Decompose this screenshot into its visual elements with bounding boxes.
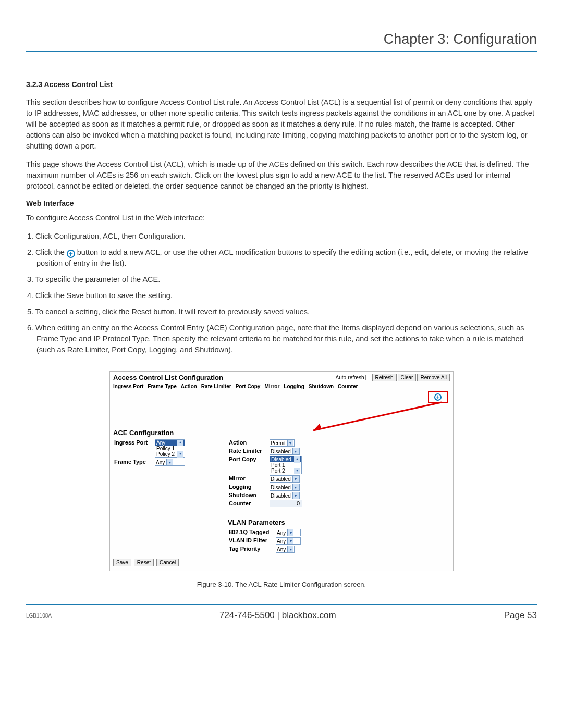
- auto-refresh-checkbox[interactable]: [365, 375, 371, 380]
- add-ace-icon[interactable]: +: [434, 393, 442, 401]
- remove-all-button[interactable]: Remove All: [417, 374, 450, 381]
- action-select[interactable]: Permit▾: [270, 439, 295, 447]
- step-5: 5. To cancel a setting, click the Reset …: [27, 306, 537, 317]
- ingress-opt1[interactable]: Policy 1: [155, 446, 185, 451]
- clear-button[interactable]: Clear: [398, 374, 417, 381]
- section-heading: 3.2.3 Access Control List: [26, 80, 537, 89]
- logging-label: Logging: [228, 483, 268, 491]
- ace-right-panel: Action Permit▾ Rate Limiter Disabled▾ Po…: [228, 439, 303, 553]
- chevron-down-icon: ▾: [287, 546, 293, 552]
- shutdown-value: Disabled: [271, 493, 291, 499]
- vlan-title: VLAN Parameters: [228, 516, 303, 528]
- action-value: Permit: [271, 440, 286, 446]
- counter-value: 0: [270, 500, 302, 507]
- acl-table-header: Ingress Port Frame Type Action Rate Limi…: [110, 382, 453, 390]
- web-interface-heading: Web Interface: [26, 199, 537, 207]
- rate-select[interactable]: Disabled▾: [270, 448, 300, 455]
- logging-select[interactable]: Disabled▾: [270, 484, 300, 491]
- figure-caption: Figure 3-10. The ACL Rate Limiter Config…: [26, 581, 537, 588]
- chevron-down-icon: ▾: [287, 440, 293, 446]
- frame-type-select[interactable]: Any▾: [155, 459, 185, 466]
- paragraph-2: This page shows the Access Control List …: [26, 159, 537, 192]
- vid-label: VLAN ID Filter: [228, 537, 275, 545]
- footer-center: 724-746-5500 | blackbox.com: [219, 610, 336, 621]
- chapter-title: Chapter 3: Configuration: [26, 31, 537, 52]
- col-action: Action: [181, 384, 197, 389]
- tag-select[interactable]: Any▾: [276, 546, 295, 553]
- ss-title: Access Control List Configuration: [113, 374, 223, 381]
- frame-type-label: Frame Type: [113, 458, 154, 466]
- mirror-select[interactable]: Disabled▾: [270, 475, 300, 483]
- col-rate: Rate Limiter: [201, 384, 231, 389]
- step-3: 3. To specific the parameter of the ACE.: [27, 274, 537, 285]
- auto-refresh-label: Auto-refresh: [335, 375, 364, 380]
- chevron-down-icon: ▾: [177, 451, 183, 458]
- step-4: 4. Click the Save button to save the set…: [27, 290, 537, 301]
- chevron-up-icon: ▴: [177, 440, 183, 446]
- chevron-up-icon: ▴: [294, 456, 300, 463]
- ingress-sel: Any: [156, 440, 165, 446]
- footer-page: Page 53: [504, 610, 537, 621]
- callout-arrow: [308, 400, 443, 431]
- plus-icon: +: [67, 250, 75, 258]
- counter-label: Counter: [228, 500, 268, 507]
- portcopy-sel: Disabled: [271, 456, 291, 462]
- shutdown-select[interactable]: Disabled▾: [270, 492, 300, 499]
- portcopy-listbox[interactable]: Disabled▴ Port 1 Port 2▾: [270, 456, 302, 474]
- logging-value: Disabled: [271, 485, 291, 490]
- chevron-down-icon: ▾: [166, 459, 173, 465]
- portcopy-label: Port Copy: [228, 455, 268, 475]
- chevron-down-icon: ▾: [287, 529, 293, 536]
- tagged-select[interactable]: Any▾: [276, 529, 301, 536]
- vid-value: Any: [277, 538, 286, 544]
- ace-left-panel: Ingress Port Any▴ Policy 1 Policy 2▾ Fra…: [113, 439, 223, 553]
- col-mirror: Mirror: [264, 384, 279, 389]
- vid-select[interactable]: Any▾: [276, 537, 301, 545]
- mirror-value: Disabled: [271, 476, 291, 482]
- col-portcopy: Port Copy: [236, 384, 261, 389]
- chevron-down-icon: ▾: [292, 448, 299, 454]
- ingress-opt2[interactable]: Policy 2: [156, 451, 175, 457]
- frame-type-value: Any: [156, 460, 165, 465]
- chevron-down-icon: ▾: [292, 476, 299, 482]
- step-6: 6. When editing an entry on the Access C…: [27, 323, 537, 355]
- col-logging: Logging: [284, 384, 304, 389]
- tagged-label: 802.1Q Tagged: [228, 528, 275, 537]
- chevron-down-icon: ▾: [292, 484, 299, 490]
- rate-value: Disabled: [271, 449, 291, 454]
- col-counter: Counter: [338, 384, 358, 389]
- portcopy-opt1[interactable]: Port 1: [270, 462, 301, 468]
- col-ingress: Ingress Port: [113, 384, 143, 389]
- chevron-down-icon: ▾: [287, 538, 293, 544]
- step-2a-text: 2. Click the: [27, 248, 67, 256]
- tag-value: Any: [277, 547, 286, 552]
- action-label: Action: [228, 439, 268, 447]
- step-2b-text: button to add a new ACL, or use the othe…: [36, 248, 528, 267]
- step-1: 1. Click Configuration, ACL, then Config…: [27, 231, 537, 242]
- save-button[interactable]: Save: [113, 559, 131, 566]
- tagged-value: Any: [277, 530, 286, 536]
- chevron-down-icon: ▾: [292, 492, 299, 499]
- ingress-port-listbox[interactable]: Any▴ Policy 1 Policy 2▾: [155, 439, 185, 458]
- chevron-down-icon: ▾: [294, 468, 300, 474]
- svg-line-0: [313, 402, 442, 430]
- rate-label: Rate Limiter: [228, 447, 268, 455]
- paragraph-1: This section describes how to configure …: [26, 97, 537, 152]
- cancel-button[interactable]: Cancel: [156, 559, 179, 566]
- refresh-button[interactable]: Refresh: [372, 374, 397, 381]
- step-2: 2. Click the + button to add a new ACL, …: [27, 247, 537, 269]
- tag-label: Tag Priority: [228, 545, 275, 553]
- screenshot-container: Access Control List Configuration Auto-r…: [26, 371, 537, 571]
- page-footer: LGB1108A 724-746-5500 | blackbox.com Pag…: [26, 604, 537, 621]
- shutdown-label: Shutdown: [228, 491, 268, 500]
- reset-button[interactable]: Reset: [134, 559, 154, 566]
- intro-line: To configure Access Control List in the …: [26, 213, 537, 224]
- footer-model: LGB1108A: [26, 613, 52, 619]
- portcopy-opt2[interactable]: Port 2: [271, 468, 285, 474]
- col-shutdown: Shutdown: [309, 384, 334, 389]
- acl-screenshot: Access Control List Configuration Auto-r…: [109, 371, 454, 571]
- steps-list: 1. Click Configuration, ACL, then Config…: [26, 231, 537, 355]
- mirror-label: Mirror: [228, 475, 268, 483]
- col-frame: Frame Type: [148, 384, 176, 389]
- ingress-port-label: Ingress Port: [113, 439, 154, 458]
